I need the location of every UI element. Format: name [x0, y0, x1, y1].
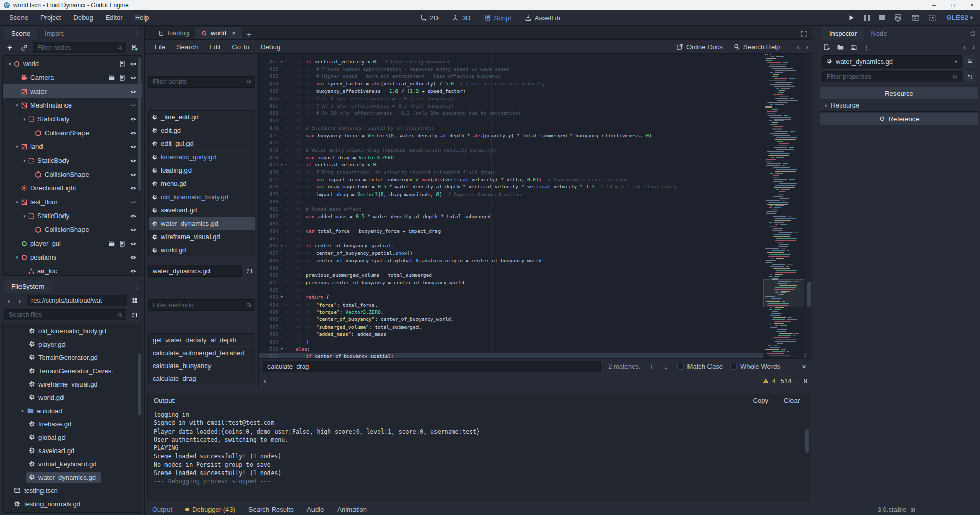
- pause-button[interactable]: [864, 15, 870, 21]
- code-line[interactable]: 479>|>|>|impact_drag = Vector3(0, drag_m…: [259, 190, 812, 198]
- code-line[interactable]: 461▾>|>|if vertical_velocity < 0: # Pene…: [259, 58, 812, 65]
- script-back-button[interactable]: ‹: [797, 43, 799, 51]
- expand-arrow-icon[interactable]: ▾: [14, 200, 20, 205]
- output-scrollbar[interactable]: [805, 429, 809, 453]
- edited-resource-dropdown[interactable]: water_dynamics.gd ▾: [822, 55, 962, 68]
- filter-methods-input[interactable]: [148, 299, 255, 311]
- eye-icon[interactable]: [130, 171, 137, 178]
- method-item-calculate-submerged-tetrahed[interactable]: calculate_submerged_tetrahed: [149, 347, 255, 359]
- bottom-tab-audio[interactable]: Audio: [307, 506, 324, 513]
- menu-debug[interactable]: Debug: [67, 12, 99, 24]
- code-line[interactable]: 465>|>|>|buoyancy_effectiveness = 1.0 / …: [259, 88, 812, 95]
- eye-icon[interactable]: [130, 74, 137, 81]
- code-line[interactable]: 480>|>|: [259, 198, 812, 205]
- code-line[interactable]: 495>|>|>|"torque": Vector3.ZERO,: [259, 308, 812, 315]
- whole-words-checkbox[interactable]: Whole Words: [730, 362, 780, 370]
- menu-help[interactable]: Help: [129, 12, 155, 24]
- bottom-tab-output[interactable]: Output: [152, 506, 172, 513]
- file-item-testing-normals-gd[interactable]: testing_normals.gd: [3, 497, 142, 510]
- code-line[interactable]: 499>|>|}: [259, 338, 812, 345]
- find-next-button[interactable]: ↓: [662, 362, 670, 370]
- scene-tree-item-world[interactable]: ▾world: [3, 57, 142, 71]
- script-item-menu-gd[interactable]: menu.gd: [149, 177, 255, 190]
- expand-arrow-icon[interactable]: ▾: [21, 117, 28, 122]
- new-resource-button[interactable]: [823, 42, 830, 51]
- add-node-button[interactable]: +: [4, 42, 15, 53]
- code-line[interactable]: 491>|>|previous_center_of_buoyancy = cen…: [259, 279, 812, 286]
- collapse-scripts-panel-button[interactable]: ‹: [264, 377, 266, 385]
- expand-arrow-icon[interactable]: ▾: [14, 255, 20, 260]
- eyeclosed-icon[interactable]: [130, 199, 137, 206]
- script-item-loading-gd[interactable]: loading.gd: [149, 164, 255, 177]
- load-resource-button[interactable]: [837, 42, 844, 51]
- file-item-firebase-gd[interactable]: firebase.gd: [3, 417, 142, 431]
- file-item-world-gd[interactable]: world.gd: [3, 391, 142, 404]
- file-item-item[interactable]: [3, 510, 142, 513]
- menu-project[interactable]: Project: [34, 12, 67, 24]
- close-tab-icon[interactable]: ×: [232, 29, 236, 37]
- method-item-get-water-density-at-depth[interactable]: get_water_density_at_depth: [149, 334, 255, 347]
- code-line[interactable]: 488>|>|>|center_of_buoyancy_spatial.glob…: [259, 257, 812, 264]
- scene-tree-item-staticbody[interactable]: ▾StaticBody: [3, 112, 142, 126]
- file-item-old-kinematic-body-gd[interactable]: old_kinematic_body.gd: [3, 324, 142, 337]
- code-line[interactable]: 494>|>|>|"force": total_force,: [259, 301, 812, 308]
- scene-tree-item-directionallight[interactable]: DirectionalLight: [3, 181, 142, 195]
- scene-tree-item-air-loc[interactable]: air_loc: [3, 264, 142, 276]
- code-line[interactable]: 490>|>|previous_submerged_volume = total…: [259, 271, 812, 278]
- object-properties-button[interactable]: [964, 55, 976, 68]
- tab-node[interactable]: Node: [864, 27, 894, 40]
- method-item-calculate-buoyancy[interactable]: calculate_buoyancy: [149, 359, 255, 372]
- fold-arrow-icon[interactable]: ▾: [278, 347, 285, 351]
- find-query-input[interactable]: [263, 361, 601, 372]
- eye-icon[interactable]: [130, 254, 137, 261]
- filter-properties-input[interactable]: [822, 71, 962, 82]
- close-find-bar-icon[interactable]: ×: [800, 362, 808, 371]
- play-button[interactable]: [848, 14, 855, 22]
- file-item-terraingenerator-caves[interactable]: TerrainGenerator_Caves.: [3, 364, 142, 377]
- eye-icon[interactable]: [130, 88, 137, 95]
- script-menu-go-to[interactable]: Go To: [226, 41, 255, 53]
- eye-icon[interactable]: [130, 212, 137, 220]
- expand-arrow-icon[interactable]: ▾: [14, 103, 20, 108]
- sort-files-button[interactable]: [129, 309, 140, 320]
- code-line[interactable]: 501>|>|if center_of_buoyancy_spatial:: [259, 353, 812, 358]
- script-forward-button[interactable]: ›: [806, 43, 808, 51]
- script-item-water-dynamics-gd[interactable]: water_dynamics.gd: [149, 217, 255, 230]
- nav-back-button[interactable]: ‹: [4, 297, 13, 305]
- resource-menu-icon[interactable]: ⋮: [863, 43, 870, 51]
- expand-arrow-icon[interactable]: ▾: [21, 158, 28, 163]
- eye-icon[interactable]: [130, 157, 137, 164]
- script-item-wireframe-visual-gd[interactable]: wireframe_visual.gd: [149, 230, 255, 244]
- script-item-world-gd[interactable]: world.gd: [149, 244, 255, 257]
- inspector-back-button[interactable]: ‹: [963, 43, 965, 51]
- minimap-viewport[interactable]: [763, 279, 804, 307]
- script-item-old-kinematic-body-gd[interactable]: old_kinematic_body.gd: [149, 190, 255, 204]
- script-item-saveload-gd[interactable]: saveload.gd: [149, 204, 255, 217]
- scene-tree-item-camera[interactable]: Camera: [3, 71, 142, 84]
- scene-tree-item-player-gui[interactable]: player_gui: [3, 237, 142, 250]
- clear-button[interactable]: Clear: [780, 395, 804, 406]
- minimize-button[interactable]: –: [932, 2, 936, 9]
- code-line[interactable]: 485>|>|: [259, 234, 812, 242]
- scene-tree-item-water[interactable]: water: [3, 84, 142, 98]
- match-case-checkbox[interactable]: Match Case: [677, 362, 723, 370]
- sort-methods-button[interactable]: [244, 267, 255, 274]
- expand-arrow-icon[interactable]: ▾: [7, 61, 13, 67]
- dock-menu-icon[interactable]: ⋮: [134, 29, 140, 37]
- eye-icon[interactable]: [130, 130, 137, 137]
- scene-tab-loading[interactable]: loading: [152, 27, 195, 39]
- file-item-terraingenerator-gd[interactable]: TerrainGenerator.gd: [3, 351, 142, 364]
- code-line[interactable]: 476>|>|>|# Drag proportional to velocity…: [259, 168, 812, 176]
- file-item-testing-tscn[interactable]: testing.tscn: [3, 484, 142, 497]
- scene-tree-item-collisionshape[interactable]: CollisionShape: [3, 126, 142, 140]
- save-resource-button[interactable]: [850, 42, 857, 51]
- code-line[interactable]: 486▾>|>|if center_of_buoyancy_spatial:: [259, 242, 812, 249]
- scene-tab-world[interactable]: world×: [195, 27, 242, 39]
- code-line[interactable]: 470>|>|# Standard buoyancy, scaled by ef…: [259, 124, 812, 132]
- code-scrollbar[interactable]: [806, 54, 812, 358]
- close-button[interactable]: ×: [970, 2, 974, 9]
- workspace-script[interactable]: Script: [484, 14, 511, 22]
- file-item-saveload-gd[interactable]: saveload.gd: [3, 444, 142, 457]
- script-menu-edit[interactable]: Edit: [203, 41, 226, 53]
- split-mode-button[interactable]: [129, 295, 140, 306]
